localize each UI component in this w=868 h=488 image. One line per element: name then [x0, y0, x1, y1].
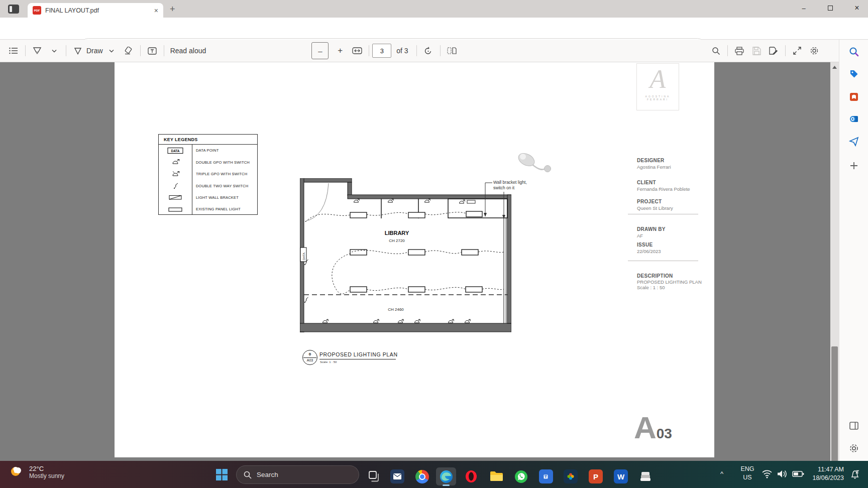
page-view-icon[interactable] — [444, 43, 461, 59]
zoom-in-button[interactable]: + — [332, 43, 349, 59]
logo-name-line2: FERRARI — [637, 98, 679, 101]
add-text-icon[interactable] — [144, 43, 161, 59]
tab-close-icon[interactable]: × — [154, 7, 158, 14]
battery-icon[interactable] — [792, 470, 804, 478]
pdf-page: A AGOSTINA FERRARI KEY LEGENDS DATA DATA… — [115, 62, 714, 457]
photos-app-icon[interactable] — [561, 467, 581, 485]
description-label: DESCRIPTION — [637, 273, 673, 279]
wifi-icon[interactable] — [762, 469, 773, 478]
save-as-icon[interactable] — [765, 43, 782, 59]
wall-bracket-light-photo — [511, 151, 560, 182]
sidebar-outlook-icon[interactable] — [848, 113, 860, 125]
teams-app-icon[interactable] — [536, 467, 556, 485]
browser-tab[interactable]: PDF FINAL LAYOUT.pdf × — [28, 3, 163, 18]
pdf-settings-gear-icon[interactable] — [806, 43, 823, 59]
opera-app-icon[interactable] — [461, 467, 481, 485]
gpo-symbols — [323, 319, 471, 323]
eraser-icon[interactable] — [120, 43, 137, 59]
read-aloud-label[interactable]: Read aloud — [170, 47, 206, 55]
weather-icon — [9, 464, 24, 479]
windows-taskbar — [0, 461, 868, 488]
start-button[interactable] — [216, 469, 228, 480]
sidebar-customize-icon[interactable] — [848, 420, 860, 432]
ceiling-height-bottom: CH 2460 — [388, 307, 404, 312]
weather-condition: Mostly sunny — [29, 472, 64, 479]
maximize-icon — [828, 6, 833, 11]
workspaces-icon[interactable] — [8, 5, 19, 14]
stack-app-icon[interactable] — [635, 467, 656, 485]
notifications-bell-icon[interactable] — [849, 468, 861, 480]
sidebar-microsoft365-icon[interactable] — [848, 91, 860, 103]
edge-active-indicator — [443, 484, 450, 486]
sheet-code-number: 03 — [657, 426, 672, 442]
tray-language-switcher[interactable]: ENGUS — [738, 465, 756, 482]
legend-row: DOUBLE TWO WAY SWITCH — [159, 180, 257, 191]
draw-pen-icon[interactable] — [69, 43, 86, 59]
mail-app-icon[interactable] — [387, 467, 407, 485]
table-of-contents-icon[interactable] — [5, 43, 22, 59]
fullscreen-icon[interactable] — [789, 43, 806, 59]
taskbar-weather-widget[interactable]: 22°C Mostly sunny — [9, 464, 64, 479]
fit-to-width-icon[interactable] — [349, 43, 366, 59]
chrome-app-icon[interactable] — [412, 467, 432, 485]
triple-gpo-symbol — [164, 170, 186, 178]
two-way-switch-symbol — [164, 182, 186, 190]
volume-icon[interactable] — [777, 469, 788, 478]
new-tab-button[interactable]: + — [170, 5, 175, 14]
view-scale: Scale: 1 : 50 — [320, 360, 337, 363]
scroll-up-arrow[interactable] — [830, 63, 839, 71]
view-title-underline — [319, 359, 396, 359]
task-view-button[interactable] — [364, 467, 384, 485]
sidebar-search-icon[interactable] — [848, 46, 860, 58]
legend-row: DOUBLE GPO WITH SWITCH — [159, 157, 257, 168]
sidebar-settings-gear-icon[interactable] — [848, 442, 860, 454]
search-document-icon[interactable] — [707, 43, 724, 59]
highlighter-chevron-icon[interactable] — [46, 43, 63, 59]
draw-label[interactable]: Draw — [86, 47, 103, 55]
issue-label: ISSUE — [637, 242, 653, 248]
taskbar-search-icon — [244, 471, 252, 479]
taskbar-search-box[interactable]: Search — [236, 465, 359, 484]
sheet-code: A 03 — [634, 413, 672, 443]
scrollbar-thumb[interactable] — [831, 346, 838, 474]
powerpoint-app-icon[interactable]: P — [586, 467, 606, 485]
word-app-icon[interactable]: W — [611, 467, 631, 485]
tray-time: 11:47 AM — [806, 465, 844, 474]
logo-initial: A — [637, 64, 679, 95]
svg-text:DATA: DATA — [302, 253, 305, 260]
maximize-button[interactable] — [819, 0, 842, 16]
sidebar-add-icon[interactable] — [848, 160, 860, 172]
whatsapp-app-icon[interactable] — [511, 467, 531, 485]
minimize-button[interactable]: – — [792, 0, 815, 16]
client-value: Fernanda Rivera Poblete — [637, 186, 690, 192]
tray-clock[interactable]: 11:47 AM 18/06/2023 — [806, 465, 844, 482]
print-icon[interactable] — [731, 43, 748, 59]
info-divider — [628, 261, 698, 261]
sidebar-drop-icon[interactable] — [848, 136, 860, 148]
file-explorer-icon[interactable] — [486, 467, 506, 485]
ceiling-height-top: CH 2720 — [389, 238, 405, 243]
key-legends-table: KEY LEGENDS DATA DATA POINT DOUBLE GPO W… — [158, 134, 258, 215]
view-reference-bubble: 0 A03 — [302, 350, 317, 365]
sidebar-shopping-icon[interactable] — [848, 68, 860, 80]
close-window-button[interactable]: × — [845, 0, 868, 16]
vertical-scrollbar[interactable] — [830, 62, 839, 483]
sheet-code-letter: A — [634, 413, 657, 443]
description-value: PROPOSED LIGHTING PLAN — [637, 279, 702, 285]
rotate-icon[interactable] — [420, 43, 437, 59]
legend-row: EXISTING PANEL LIGHT — [159, 203, 257, 215]
draw-chevron-icon[interactable] — [103, 43, 120, 59]
legend-row: TRIPLE GPO WITH SWITCH — [159, 168, 257, 180]
key-legends-title: KEY LEGENDS — [159, 135, 257, 142]
project-value: Queen St Library — [637, 205, 673, 211]
page-number-input[interactable] — [372, 44, 391, 58]
tray-show-hidden-icons[interactable]: ^ — [720, 470, 723, 477]
double-gpo-symbol — [164, 158, 186, 166]
edge-app-icon[interactable] — [436, 467, 456, 485]
highlighter-icon[interactable] — [29, 43, 46, 59]
description-scale: Scale : 1 : 50 — [637, 285, 665, 290]
pdf-toolbar: Draw Read aloud – + of 3 — [0, 40, 868, 62]
svg-text:DATA: DATA — [171, 149, 179, 153]
zoom-out-button[interactable]: – — [311, 42, 329, 59]
taskbar-search-label: Search — [257, 471, 278, 478]
